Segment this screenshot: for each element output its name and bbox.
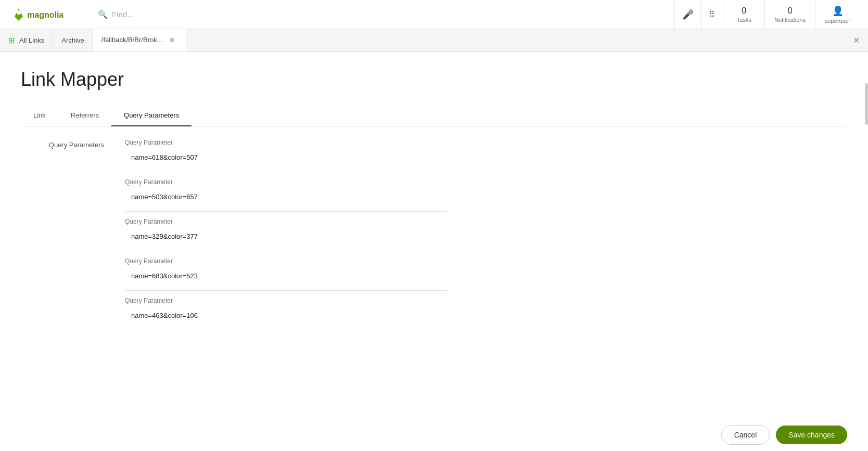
user-label: superuser: [825, 18, 850, 24]
notifications-button[interactable]: 0 Notifications: [764, 0, 815, 29]
notifications-label: Notifications: [774, 17, 806, 23]
query-param-label: Query Parameter: [125, 178, 847, 186]
search-bar[interactable]: 🔍 Find...: [98, 10, 668, 19]
tab-all-links[interactable]: ⊞ All Links: [0, 29, 53, 51]
tab-link-label: Link: [33, 111, 46, 119]
tab-referrers[interactable]: Referrers: [58, 105, 111, 126]
query-param-value: name=503&color=657: [125, 189, 847, 205]
query-param-label: Query Parameter: [125, 297, 847, 304]
user-icon: 👤: [832, 5, 844, 17]
topbar-right: 🎤 ⠿ 0 Tasks 0 Notifications 👤 superuser: [674, 0, 860, 29]
query-param-label: Query Parameter: [125, 139, 847, 146]
tab-detail-label: /fallback/B/Br/Brok...: [101, 36, 163, 44]
main-content: Link Mapper Link Referrers Query Paramet…: [0, 52, 868, 418]
search-icon: 🔍: [98, 10, 108, 19]
query-param-value: name=329&color=377: [125, 228, 847, 244]
query-param-item: Query Parametername=463&color=106: [125, 297, 847, 324]
page-title: Link Mapper: [21, 69, 847, 91]
grid-icon: ⠿: [709, 9, 716, 19]
query-param-item: Query Parametername=618&color=507: [125, 139, 847, 165]
tab-archive[interactable]: Archive: [53, 29, 93, 51]
query-param-item: Query Parametername=503&color=657: [125, 178, 847, 205]
tabbar-close-button[interactable]: ✕: [853, 29, 868, 51]
notifications-count: 0: [788, 6, 793, 16]
svg-point-0: [17, 10, 21, 15]
query-param-divider: [125, 211, 448, 212]
inner-tabs: Link Referrers Query Parameters: [21, 105, 847, 126]
microphone-button[interactable]: 🎤: [674, 0, 701, 29]
logo: magnolia: [8, 6, 92, 23]
tab-referrers-label: Referrers: [71, 111, 99, 119]
section-label: Query Parameters: [21, 139, 104, 324]
tab-detail-close[interactable]: ✕: [167, 35, 177, 45]
tab-detail[interactable]: /fallback/B/Br/Brok... ✕: [93, 29, 186, 51]
query-param-value: name=683&color=523: [125, 268, 847, 284]
query-params-list: Query Parametername=618&color=507Query P…: [125, 139, 847, 324]
mic-icon: 🎤: [682, 9, 694, 20]
topbar: magnolia 🔍 Find... 🎤 ⠿ 0 Tasks 0 Notific…: [0, 0, 868, 29]
tab-query-parameters[interactable]: Query Parameters: [111, 105, 192, 126]
query-param-item: Query Parametername=683&color=523: [125, 257, 847, 284]
query-param-label: Query Parameter: [125, 257, 847, 265]
query-param-divider: [125, 172, 448, 172]
tab-link[interactable]: Link: [21, 105, 58, 126]
tab-query-parameters-label: Query Parameters: [124, 111, 179, 119]
query-param-item: Query Parametername=329&color=377: [125, 218, 847, 244]
query-param-divider: [125, 290, 448, 291]
form-section: Query Parameters Query Parametername=618…: [21, 126, 847, 336]
tab-all-links-label: All Links: [19, 36, 44, 44]
tasks-count: 0: [742, 6, 746, 16]
query-param-value: name=618&color=507: [125, 149, 847, 165]
query-param-value: name=463&color=106: [125, 307, 847, 324]
tasks-label: Tasks: [737, 17, 751, 23]
user-menu-button[interactable]: 👤 superuser: [815, 0, 860, 29]
tabbar: ⊞ All Links Archive /fallback/B/Br/Brok.…: [0, 29, 868, 52]
search-placeholder: Find...: [112, 10, 134, 19]
all-links-icon: ⊞: [8, 36, 15, 45]
tab-archive-label: Archive: [61, 36, 84, 44]
query-param-divider: [125, 251, 448, 251]
apps-grid-button[interactable]: ⠿: [701, 0, 723, 29]
tasks-button[interactable]: 0 Tasks: [723, 0, 764, 29]
svg-text:magnolia: magnolia: [27, 10, 63, 19]
query-param-label: Query Parameter: [125, 218, 847, 225]
